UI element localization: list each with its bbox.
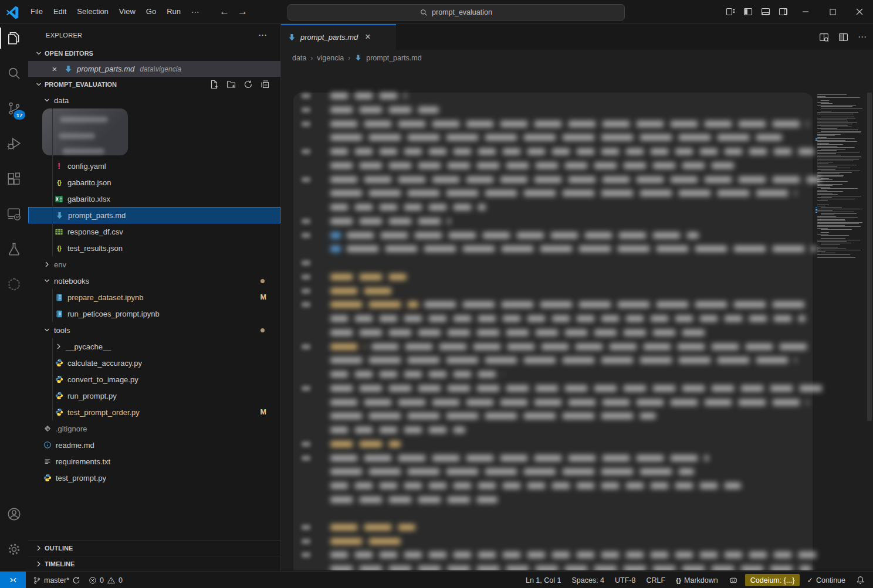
tree-file-requirements-txt[interactable]: requirements.txt [28, 453, 280, 470]
cursor-position[interactable]: Ln 1, Col 1 [522, 574, 564, 587]
minimap-line [817, 144, 843, 145]
tree-folder-notebooks[interactable]: notebooks [28, 273, 280, 289]
minimap-line [817, 155, 841, 155]
minimap-line [817, 102, 829, 103]
breadcrumb-file[interactable]: prompt_parts.md [366, 54, 421, 62]
tree-file-gabarito-xlsx[interactable]: gabarito.xlsx [28, 191, 280, 207]
tree-file-config-yaml[interactable]: !config.yaml [28, 158, 280, 174]
editor-content[interactable] [280, 66, 873, 570]
timeline-header[interactable]: TIMELINE [28, 556, 280, 572]
menu-file[interactable]: File [25, 0, 48, 23]
activitybar-search[interactable] [0, 59, 28, 87]
minimize-button[interactable] [792, 0, 819, 23]
back-arrow-icon[interactable]: ← [219, 6, 229, 18]
menu-run[interactable]: Run [161, 0, 186, 23]
continue-button[interactable]: ✓ Continue [803, 574, 849, 587]
tab-close-icon[interactable]: × [365, 32, 370, 42]
open-preview-icon[interactable] [819, 32, 829, 42]
tree-folder--pycache-[interactable]: __pycache__ [28, 338, 280, 355]
open-editor-item[interactable]: × prompt_parts.md data\vigencia [28, 61, 280, 77]
toggle-sidebar-icon[interactable] [739, 0, 757, 23]
notifications-bell-icon[interactable] [852, 574, 868, 587]
tree-file-run-peticoes-prompt-ipynb[interactable]: run_peticoes_prompt.ipynb [28, 305, 280, 322]
tree-folder-data[interactable]: data [28, 92, 280, 108]
tree-file-run-prompt-py[interactable]: run_prompt.py [28, 388, 280, 404]
refresh-icon[interactable] [243, 80, 253, 89]
new-folder-icon[interactable] [226, 80, 236, 89]
menu-view[interactable]: View [114, 0, 141, 23]
indentation[interactable]: Spaces: 4 [568, 574, 608, 587]
minimap[interactable] [816, 94, 866, 264]
close-icon[interactable]: × [50, 64, 59, 74]
remote-indicator[interactable] [0, 572, 26, 588]
activitybar-testing[interactable] [0, 235, 28, 263]
line-number-blur [302, 107, 310, 113]
tree-folder-env[interactable]: env [28, 256, 280, 273]
new-file-icon[interactable] [209, 80, 219, 89]
git-branch-status[interactable]: master* [29, 574, 84, 587]
minimap-line [817, 174, 840, 174]
activitybar-explorer[interactable] [0, 24, 28, 52]
tree-file-readme-md[interactable]: readme.md [28, 437, 280, 453]
open-editors-header[interactable]: OPEN EDITORS [28, 46, 280, 61]
vertical-scrollbar[interactable] [867, 93, 872, 421]
minimap-line [817, 200, 828, 200]
tree-file-test-prompt-order-py[interactable]: test_prompt_order.pyM [28, 404, 280, 420]
minimap-line [821, 215, 834, 215]
tree-item-label: .gitignore [56, 424, 87, 433]
tree-file--gitignore[interactable]: .gitignore [28, 420, 280, 437]
contains-changes-dot [260, 279, 265, 283]
account-icon[interactable] [0, 500, 28, 528]
problems-status[interactable]: 0 0 [85, 574, 126, 587]
tree-file-convert-to-image-py[interactable]: convert_to_image.py [28, 371, 280, 388]
eol-sequence[interactable]: CRLF [642, 574, 669, 587]
tree-file-prompt-parts-md[interactable]: prompt_parts.md [28, 207, 280, 223]
tree-file-response-df-csv[interactable]: response_df.csv [28, 223, 280, 240]
menu-go[interactable]: Go [141, 0, 161, 23]
language-mode[interactable]: {} Markdown [672, 574, 722, 587]
minimap-line [817, 179, 833, 180]
redacted-text-line [330, 566, 811, 570]
close-button[interactable] [846, 0, 873, 23]
split-editor-icon[interactable] [838, 32, 848, 42]
breadcrumb-data[interactable]: data [292, 54, 306, 62]
redacted-text-line [330, 218, 451, 225]
line-number-blur [302, 344, 310, 349]
menu-edit[interactable]: Edit [48, 0, 72, 23]
sidebar-more-actions-icon[interactable]: ⋯ [258, 30, 268, 40]
tree-file-prepare-dataset-ipynb[interactable]: prepare_dataset.ipynbM [28, 289, 280, 305]
tree-file-calculate-accuracy-py[interactable]: calculate_accuracy.py [28, 355, 280, 371]
activitybar-extensions[interactable] [0, 165, 28, 193]
command-center-search[interactable]: prompt_evaluation [287, 4, 625, 21]
editor-more-actions-icon[interactable]: ⋯ [858, 32, 867, 42]
copilot-robot-icon[interactable] [725, 574, 742, 587]
file-tree: data!config.yaml{}gabarito.jsongabarito.… [28, 92, 280, 486]
tree-item-label: requirements.txt [56, 457, 110, 466]
tree-file-gabarito-json[interactable]: {}gabarito.json [28, 174, 280, 191]
toggle-panel-icon[interactable] [757, 0, 774, 23]
project-section-header[interactable]: PROMPT_EVALUATION [28, 77, 280, 92]
outline-header[interactable]: OUTLINE [28, 540, 280, 556]
codeium-status[interactable]: Codeium: {...} [745, 574, 800, 586]
customize-layout-icon[interactable] [722, 0, 739, 23]
activitybar-codeium[interactable] [0, 270, 28, 298]
activitybar-run-debug[interactable] [0, 130, 28, 158]
encoding[interactable]: UTF-8 [611, 574, 639, 587]
toggle-secondary-sidebar-icon[interactable] [774, 0, 792, 23]
tree-file-test-results-json[interactable]: {}test_results.json [28, 240, 280, 256]
maximize-button[interactable] [819, 0, 846, 23]
tree-folder-tools[interactable]: tools [28, 322, 280, 338]
settings-gear-icon[interactable] [0, 535, 28, 563]
menu-overflow-icon[interactable]: ⋯ [186, 7, 205, 16]
explorer-sidebar: EXPLORER ⋯ OPEN EDITORS × prompt_parts.m… [28, 24, 281, 570]
tab-prompt-parts[interactable]: prompt_parts.md × [280, 24, 396, 50]
minimap-line [817, 125, 848, 126]
forward-arrow-icon[interactable]: → [238, 6, 248, 18]
breadcrumb-vigencia[interactable]: vigencia [317, 54, 344, 62]
chevron-right-icon [34, 543, 43, 553]
activitybar-remote-explorer[interactable] [0, 200, 28, 228]
collapse-all-icon[interactable] [260, 80, 270, 89]
menu-selection[interactable]: Selection [72, 0, 113, 23]
tree-file-test-prompt-py[interactable]: test_prompt.py [28, 470, 280, 486]
activitybar-source-control[interactable]: 17 [0, 94, 28, 123]
